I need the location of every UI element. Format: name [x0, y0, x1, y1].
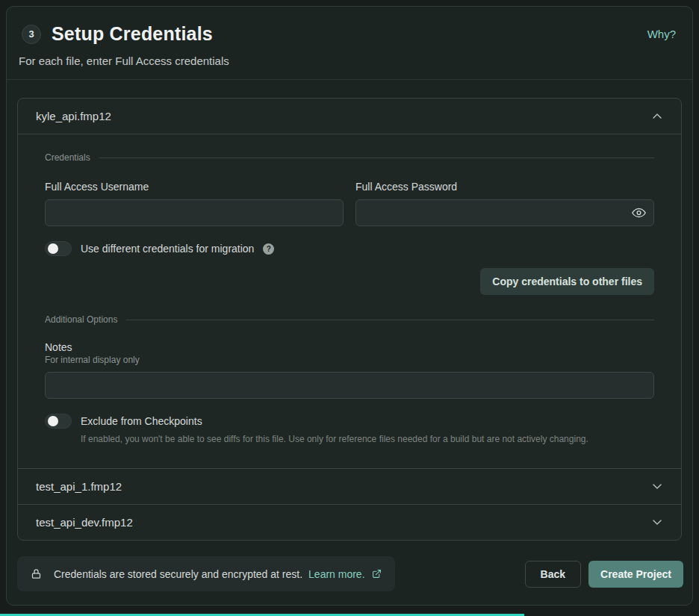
accordion-header-test-api-dev[interactable]: test_api_dev.fmp12 [18, 505, 681, 540]
notes-input[interactable] [45, 372, 654, 399]
exclude-toggle-label: Exclude from Checkpoints [81, 415, 202, 427]
additional-options-header: Additional Options [45, 314, 654, 325]
notes-label: Notes [45, 341, 654, 353]
show-password-icon[interactable] [632, 206, 646, 220]
username-input[interactable] [45, 199, 344, 226]
info-icon[interactable]: ? [263, 243, 274, 255]
migration-toggle-label: Use different credentials for migration [81, 243, 254, 255]
file-name: test_api_1.fmp12 [36, 480, 122, 493]
file-section-test-api-1: test_api_1.fmp12 [18, 468, 681, 504]
credentials-section-label: Credentials [45, 152, 90, 163]
password-input[interactable] [355, 199, 654, 226]
chevron-up-icon[interactable] [651, 111, 663, 122]
why-link[interactable]: Why? [647, 28, 676, 40]
password-label: Full Access Password [355, 181, 654, 193]
section-divider-line [99, 158, 654, 158]
external-link-icon[interactable] [372, 569, 382, 579]
footer-buttons: Back Create Project [525, 561, 683, 588]
accordion-header-kyle-api[interactable]: kyle_api.fmp12 [18, 99, 681, 134]
exclude-help-text: If enabled, you won't be able to see dif… [81, 433, 654, 446]
notes-hint: For internal display only [45, 355, 654, 365]
different-credentials-toggle[interactable] [45, 241, 72, 256]
additional-options-label: Additional Options [45, 314, 117, 325]
security-note-text: Credentials are stored securely and encr… [54, 568, 302, 580]
file-name: kyle_api.fmp12 [36, 110, 111, 122]
exclude-checkpoints-toggle[interactable] [45, 414, 72, 429]
password-input-wrap [355, 199, 654, 226]
card-header: 3 Setup Credentials Why? [7, 7, 692, 45]
header-divider [7, 79, 692, 80]
back-button[interactable]: Back [525, 561, 581, 588]
toggle-knob [48, 243, 58, 254]
chevron-down-icon[interactable] [651, 516, 663, 528]
create-project-button[interactable]: Create Project [588, 561, 683, 588]
copy-credentials-row: Copy credentials to other files [45, 268, 654, 295]
setup-credentials-card: 3 Setup Credentials Why? For each file, … [6, 6, 693, 606]
toggle-knob [48, 416, 58, 426]
file-section-test-api-dev: test_api_dev.fmp12 [18, 504, 681, 540]
migration-credentials-row: Use different credentials for migration … [45, 241, 654, 256]
section-divider-line [126, 320, 654, 320]
notes-field: Notes For internal display only [45, 341, 654, 399]
lock-icon [31, 567, 42, 580]
files-accordion: kyle_api.fmp12 Credentials Full Access U… [17, 98, 682, 541]
learn-more-link[interactable]: Learn more. [308, 568, 364, 580]
file-section-kyle-api: kyle_api.fmp12 Credentials Full Access U… [18, 99, 681, 468]
page-title: Setup Credentials [52, 23, 213, 45]
accordion-header-test-api-1[interactable]: test_api_1.fmp12 [18, 469, 681, 504]
step-number-badge: 3 [22, 25, 41, 44]
copy-credentials-button[interactable]: Copy credentials to other files [480, 268, 654, 295]
password-field: Full Access Password [355, 181, 654, 226]
chevron-down-icon[interactable] [651, 480, 663, 492]
file-credentials-panel: Credentials Full Access Username Full Ac… [18, 134, 681, 468]
username-field: Full Access Username [45, 181, 344, 226]
credentials-section-header: Credentials [45, 152, 654, 163]
file-name: test_api_dev.fmp12 [36, 516, 133, 529]
security-note: Credentials are stored securely and encr… [17, 556, 395, 591]
username-label: Full Access Username [45, 181, 344, 193]
exclude-checkpoints-row: Exclude from Checkpoints [45, 414, 654, 429]
page-subtitle: For each file, enter Full Access credent… [7, 55, 692, 67]
credentials-fields: Full Access Username Full Access Passwor… [45, 181, 654, 226]
header-left: 3 Setup Credentials [22, 23, 213, 45]
footer: Credentials are stored securely and encr… [17, 556, 683, 591]
